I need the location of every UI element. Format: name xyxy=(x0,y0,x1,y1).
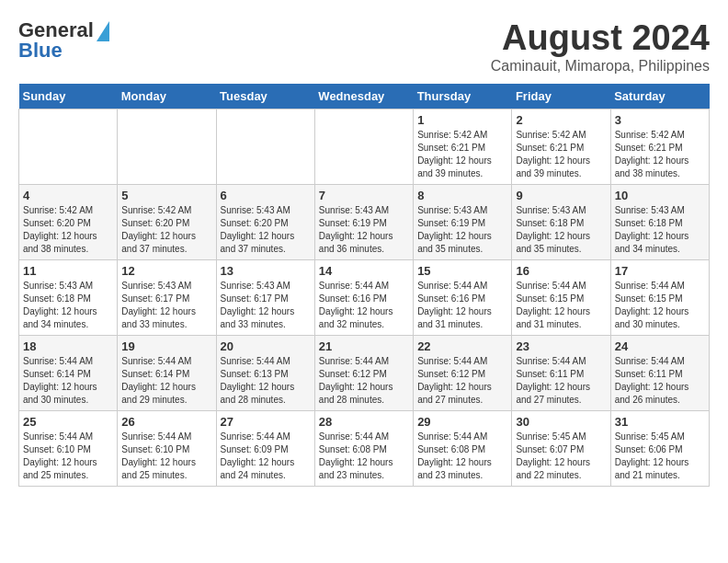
calendar-cell: 16Sunrise: 5:44 AM Sunset: 6:15 PM Dayli… xyxy=(512,260,610,336)
day-number: 8 xyxy=(417,189,507,202)
day-number: 15 xyxy=(417,264,507,278)
calendar-cell: 2Sunrise: 5:42 AM Sunset: 6:21 PM Daylig… xyxy=(512,109,610,185)
day-number: 19 xyxy=(121,339,211,353)
day-number: 26 xyxy=(121,415,211,429)
day-info: Sunrise: 5:44 AM Sunset: 6:11 PM Dayligh… xyxy=(615,355,705,407)
calendar-week-row: 18Sunrise: 5:44 AM Sunset: 6:14 PM Dayli… xyxy=(19,336,710,411)
day-info: Sunrise: 5:44 AM Sunset: 6:08 PM Dayligh… xyxy=(319,431,409,482)
day-number: 12 xyxy=(121,264,211,278)
calendar-cell: 17Sunrise: 5:44 AM Sunset: 6:15 PM Dayli… xyxy=(610,260,709,336)
day-info: Sunrise: 5:43 AM Sunset: 6:19 PM Dayligh… xyxy=(417,204,507,256)
calendar-cell xyxy=(314,109,413,185)
day-info: Sunrise: 5:44 AM Sunset: 6:15 PM Dayligh… xyxy=(615,280,705,331)
day-info: Sunrise: 5:44 AM Sunset: 6:11 PM Dayligh… xyxy=(516,355,606,407)
day-info: Sunrise: 5:43 AM Sunset: 6:18 PM Dayligh… xyxy=(516,204,606,256)
day-info: Sunrise: 5:44 AM Sunset: 6:15 PM Dayligh… xyxy=(516,280,606,331)
page-subtitle: Caminauit, Mimaropa, Philippines xyxy=(491,58,710,75)
calendar-cell: 29Sunrise: 5:44 AM Sunset: 6:08 PM Dayli… xyxy=(414,411,512,487)
day-number: 29 xyxy=(417,415,507,429)
calendar-cell: 23Sunrise: 5:44 AM Sunset: 6:11 PM Dayli… xyxy=(512,336,610,411)
calendar-cell: 3Sunrise: 5:42 AM Sunset: 6:21 PM Daylig… xyxy=(610,109,709,185)
day-number: 11 xyxy=(23,264,113,278)
day-number: 25 xyxy=(23,415,113,429)
day-number: 5 xyxy=(121,189,211,202)
day-number: 7 xyxy=(319,189,409,202)
day-number: 21 xyxy=(319,339,409,353)
day-info: Sunrise: 5:42 AM Sunset: 6:21 PM Dayligh… xyxy=(615,129,705,180)
logo-triangle-icon xyxy=(97,21,109,41)
header-saturday: Saturday xyxy=(610,84,709,109)
calendar-cell: 10Sunrise: 5:43 AM Sunset: 6:18 PM Dayli… xyxy=(610,185,709,260)
calendar-cell: 7Sunrise: 5:43 AM Sunset: 6:19 PM Daylig… xyxy=(314,185,413,260)
day-info: Sunrise: 5:44 AM Sunset: 6:14 PM Dayligh… xyxy=(23,355,113,407)
calendar-table: SundayMondayTuesdayWednesdayThursdayFrid… xyxy=(18,84,710,487)
day-number: 22 xyxy=(417,339,507,353)
calendar-cell: 6Sunrise: 5:43 AM Sunset: 6:20 PM Daylig… xyxy=(216,185,314,260)
day-number: 2 xyxy=(516,113,606,127)
day-info: Sunrise: 5:42 AM Sunset: 6:20 PM Dayligh… xyxy=(121,204,211,256)
day-number: 3 xyxy=(615,113,705,127)
day-number: 6 xyxy=(221,189,311,202)
header-thursday: Thursday xyxy=(414,84,512,109)
day-number: 20 xyxy=(221,339,311,353)
day-number: 24 xyxy=(615,339,705,353)
header-sunday: Sunday xyxy=(19,84,118,109)
calendar-cell: 30Sunrise: 5:45 AM Sunset: 6:07 PM Dayli… xyxy=(512,411,610,487)
day-info: Sunrise: 5:44 AM Sunset: 6:16 PM Dayligh… xyxy=(417,280,507,331)
calendar-cell: 13Sunrise: 5:43 AM Sunset: 6:17 PM Dayli… xyxy=(216,260,314,336)
day-number: 16 xyxy=(516,264,606,278)
day-info: Sunrise: 5:43 AM Sunset: 6:18 PM Dayligh… xyxy=(23,280,113,331)
calendar-cell: 8Sunrise: 5:43 AM Sunset: 6:19 PM Daylig… xyxy=(414,185,512,260)
calendar-cell: 12Sunrise: 5:43 AM Sunset: 6:17 PM Dayli… xyxy=(118,260,216,336)
day-info: Sunrise: 5:44 AM Sunset: 6:09 PM Dayligh… xyxy=(221,431,311,482)
day-number: 27 xyxy=(221,415,311,429)
calendar-cell: 14Sunrise: 5:44 AM Sunset: 6:16 PM Dayli… xyxy=(314,260,413,336)
day-info: Sunrise: 5:42 AM Sunset: 6:21 PM Dayligh… xyxy=(417,129,507,180)
calendar-cell xyxy=(118,109,216,185)
day-number: 10 xyxy=(615,189,705,202)
logo: General Blue xyxy=(18,18,109,63)
day-info: Sunrise: 5:43 AM Sunset: 6:19 PM Dayligh… xyxy=(319,204,409,256)
calendar-cell: 22Sunrise: 5:44 AM Sunset: 6:12 PM Dayli… xyxy=(414,336,512,411)
day-info: Sunrise: 5:44 AM Sunset: 6:10 PM Dayligh… xyxy=(23,431,113,482)
day-info: Sunrise: 5:44 AM Sunset: 6:08 PM Dayligh… xyxy=(417,431,507,482)
day-info: Sunrise: 5:43 AM Sunset: 6:18 PM Dayligh… xyxy=(615,204,705,256)
calendar-cell: 18Sunrise: 5:44 AM Sunset: 6:14 PM Dayli… xyxy=(19,336,118,411)
calendar-cell: 20Sunrise: 5:44 AM Sunset: 6:13 PM Dayli… xyxy=(216,336,314,411)
day-number: 9 xyxy=(516,189,606,202)
calendar-cell: 5Sunrise: 5:42 AM Sunset: 6:20 PM Daylig… xyxy=(118,185,216,260)
day-number: 18 xyxy=(23,339,113,353)
calendar-week-row: 25Sunrise: 5:44 AM Sunset: 6:10 PM Dayli… xyxy=(19,411,710,487)
day-info: Sunrise: 5:43 AM Sunset: 6:17 PM Dayligh… xyxy=(121,280,211,331)
calendar-cell: 21Sunrise: 5:44 AM Sunset: 6:12 PM Dayli… xyxy=(314,336,413,411)
day-number: 4 xyxy=(23,189,113,202)
calendar-cell xyxy=(216,109,314,185)
calendar-cell: 11Sunrise: 5:43 AM Sunset: 6:18 PM Dayli… xyxy=(19,260,118,336)
header-friday: Friday xyxy=(512,84,610,109)
calendar-cell: 26Sunrise: 5:44 AM Sunset: 6:10 PM Dayli… xyxy=(118,411,216,487)
calendar-week-row: 4Sunrise: 5:42 AM Sunset: 6:20 PM Daylig… xyxy=(19,185,710,260)
calendar-cell xyxy=(19,109,118,185)
calendar-week-row: 11Sunrise: 5:43 AM Sunset: 6:18 PM Dayli… xyxy=(19,260,710,336)
day-info: Sunrise: 5:44 AM Sunset: 6:10 PM Dayligh… xyxy=(121,431,211,482)
calendar-cell: 25Sunrise: 5:44 AM Sunset: 6:10 PM Dayli… xyxy=(19,411,118,487)
title-section: August 2024 Caminauit, Mimaropa, Philipp… xyxy=(491,18,710,75)
day-number: 14 xyxy=(319,264,409,278)
day-info: Sunrise: 5:44 AM Sunset: 6:12 PM Dayligh… xyxy=(319,355,409,407)
calendar-cell: 24Sunrise: 5:44 AM Sunset: 6:11 PM Dayli… xyxy=(610,336,709,411)
calendar-cell: 4Sunrise: 5:42 AM Sunset: 6:20 PM Daylig… xyxy=(19,185,118,260)
calendar-cell: 9Sunrise: 5:43 AM Sunset: 6:18 PM Daylig… xyxy=(512,185,610,260)
header-tuesday: Tuesday xyxy=(216,84,314,109)
calendar-cell: 15Sunrise: 5:44 AM Sunset: 6:16 PM Dayli… xyxy=(414,260,512,336)
day-info: Sunrise: 5:44 AM Sunset: 6:14 PM Dayligh… xyxy=(121,355,211,407)
calendar-header-row: SundayMondayTuesdayWednesdayThursdayFrid… xyxy=(19,84,710,109)
day-number: 28 xyxy=(319,415,409,429)
day-info: Sunrise: 5:45 AM Sunset: 6:07 PM Dayligh… xyxy=(516,431,606,482)
day-info: Sunrise: 5:42 AM Sunset: 6:20 PM Dayligh… xyxy=(23,204,113,256)
day-info: Sunrise: 5:44 AM Sunset: 6:16 PM Dayligh… xyxy=(319,280,409,331)
day-info: Sunrise: 5:45 AM Sunset: 6:06 PM Dayligh… xyxy=(615,431,705,482)
day-info: Sunrise: 5:44 AM Sunset: 6:12 PM Dayligh… xyxy=(417,355,507,407)
day-number: 13 xyxy=(221,264,311,278)
day-number: 1 xyxy=(417,113,507,127)
calendar-cell: 1Sunrise: 5:42 AM Sunset: 6:21 PM Daylig… xyxy=(414,109,512,185)
